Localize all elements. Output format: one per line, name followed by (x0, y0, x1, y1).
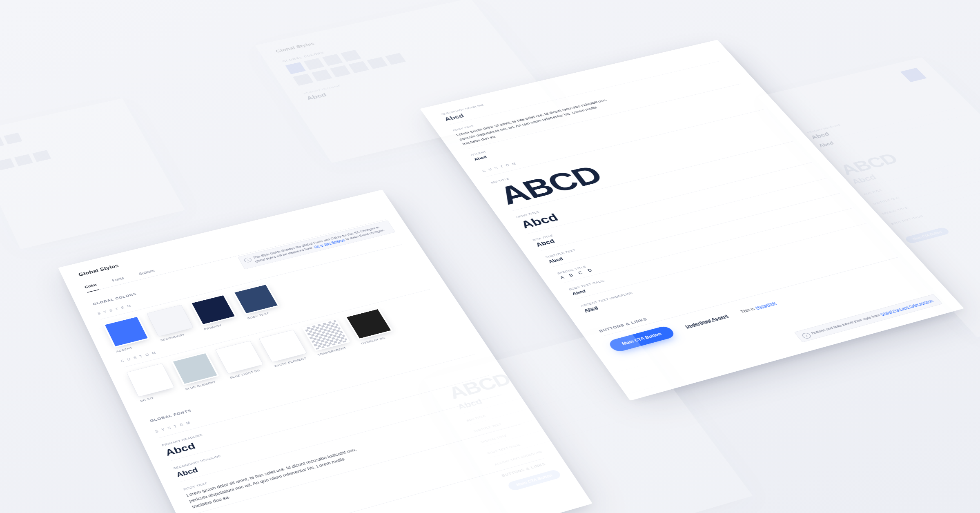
swatch-chip (232, 283, 279, 315)
sample: Abcd (810, 100, 955, 140)
hypertext-prefix: This is (739, 306, 757, 314)
swatch-white-element[interactable]: WHITE ELEMENT (258, 330, 310, 368)
swatch-chip (147, 305, 194, 337)
swatch-blue-light-bg[interactable]: BLUE LIGHT BG (215, 341, 267, 379)
swatch-bg-kit[interactable]: BG KIT (126, 363, 177, 402)
swatch-chip (215, 341, 264, 374)
swatch-chip (302, 319, 350, 351)
info-tip-buttons: i Buttons and links inherit their style … (794, 294, 943, 342)
l: ACCENT TEXT UNDERLINE (494, 413, 676, 466)
swatch-body-text[interactable]: BODY TEXT (232, 283, 283, 320)
swatch-transparent[interactable]: TRANSPARENT (302, 319, 354, 356)
bg-card-far-left (0, 98, 185, 249)
swatch-chip (345, 308, 393, 340)
label-subtitle-text: SUBTITLE TEXT (545, 183, 833, 259)
swatch-chip (190, 294, 237, 326)
hyperlink[interactable]: Hyperlink (754, 301, 777, 310)
main-cta-button[interactable]: Main CTA Button (904, 227, 951, 244)
swatch-chip (171, 352, 219, 385)
section-buttons-links: BUTTONS & LINKS (501, 424, 684, 478)
swatch-chip (258, 330, 307, 362)
tab-fonts[interactable]: Fonts (110, 274, 127, 285)
tip-right-link[interactable]: Global Font and Color settings (879, 299, 933, 316)
tab-color[interactable]: Color (83, 280, 100, 292)
tab-buttons[interactable]: Buttons (137, 266, 157, 279)
underlined-accent-link[interactable]: Underlined Accent (684, 314, 729, 329)
swatch-accent[interactable]: ACCENT (103, 315, 153, 353)
l: PRIMARY HEADLINE (806, 97, 948, 134)
swatch-blue-element[interactable]: BLUE ELEMENT (171, 352, 222, 390)
tip-right-text: Buttons and links inherit their style fr… (810, 313, 882, 335)
swatch-primary[interactable]: PRIMARY (190, 294, 240, 331)
hyperlink-sample: This is Hyperlink (739, 301, 777, 314)
swatch-chip (126, 363, 174, 397)
swatch-secondary[interactable]: SECONDARY (147, 305, 196, 342)
l: BODY TEXT ITALIC (487, 402, 668, 455)
section-global-colors: GLOBAL COLORS (282, 18, 472, 63)
info-icon: i (801, 332, 812, 339)
swatch-chip (103, 315, 150, 348)
info-icon: i (243, 257, 253, 263)
swatch-overlay-bg[interactable]: OVERLAY BG (345, 308, 396, 345)
